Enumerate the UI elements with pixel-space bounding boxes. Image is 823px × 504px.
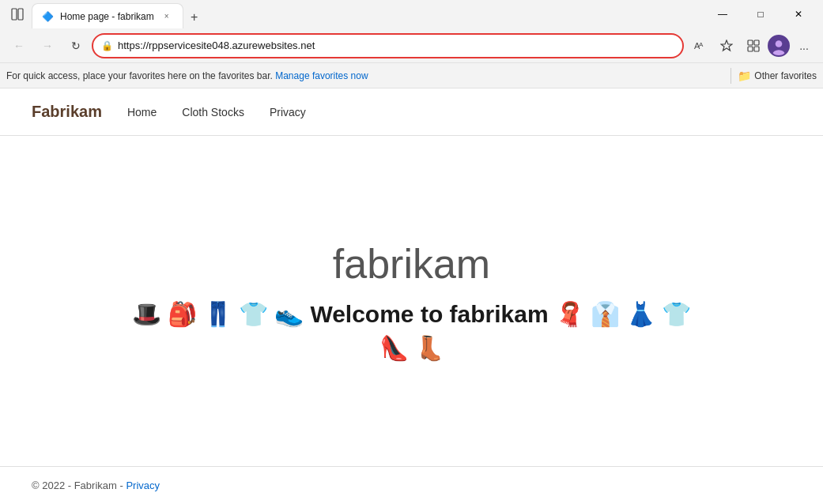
other-favorites-folder-icon: 📁 [738, 70, 751, 82]
emoji-jeans: 👖 [203, 300, 232, 328]
emoji-row-2: 👠 👢 [379, 334, 444, 362]
svg-rect-4 [748, 40, 753, 45]
site-navigation: Fabrikam Home Cloth Stocks Privacy [0, 88, 823, 136]
emoji-boot: 👢 [415, 334, 444, 362]
svg-rect-6 [748, 47, 753, 51]
maximize-button[interactable]: □ [742, 0, 779, 28]
welcome-row: 🎩 🎒 👖 👕 👟 Welcome to fabrikam 🧣 👔 👗 👕 [132, 300, 690, 328]
footer-privacy-link[interactable]: Privacy [126, 480, 160, 491]
emoji-green-tshirt: 👕 [662, 300, 691, 328]
lock-icon: 🔒 [101, 40, 113, 51]
title-bar: 🔷 Home page - fabrikam × + — □ ✕ [0, 0, 823, 28]
favorites-bar: For quick access, place your favorites h… [0, 63, 823, 88]
footer-text: © 2022 - Fabrikam - [32, 480, 123, 491]
collections-button[interactable] [741, 33, 766, 58]
read-aloud-button[interactable]: A A [687, 33, 712, 58]
nav-link-cloth-stocks[interactable]: Cloth Stocks [182, 106, 244, 118]
site-footer: © 2022 - Fabrikam - Privacy [0, 466, 823, 504]
minimize-button[interactable]: — [704, 0, 741, 28]
emoji-heels: 👠 [379, 334, 409, 362]
favorites-button[interactable] [714, 33, 739, 58]
emoji-tshirt: 👕 [239, 300, 268, 328]
emoji-backpack: 🎒 [168, 300, 197, 328]
nav-link-home[interactable]: Home [127, 106, 157, 118]
favorites-static-text: For quick access, place your favorites h… [6, 70, 273, 81]
more-button[interactable]: ... [791, 33, 817, 58]
svg-text:A: A [699, 41, 704, 48]
site-title: fabrikam [333, 240, 490, 288]
address-bar[interactable]: 🔒 https://rppservicesite048.azurewebsite… [92, 33, 684, 58]
close-button[interactable]: ✕ [780, 0, 817, 28]
welcome-text: Welcome to fabrikam [310, 301, 548, 328]
main-content: fabrikam 🎩 🎒 👖 👕 👟 Welcome to fabrikam 🧣… [0, 136, 823, 466]
page-content: Fabrikam Home Cloth Stocks Privacy fabri… [0, 88, 823, 504]
emoji-dress: 👗 [626, 300, 655, 328]
svg-rect-0 [12, 9, 17, 20]
sidebar-toggle[interactable] [6, 3, 28, 25]
manage-favorites-link[interactable]: Manage favorites now [275, 70, 368, 81]
other-favorites-label: Other favorites [754, 70, 817, 81]
emoji-bow: 🧣 [555, 300, 584, 328]
url-text: https://rppservicesite048.azurewebsites.… [118, 39, 674, 51]
svg-rect-1 [18, 9, 23, 20]
active-tab[interactable]: 🔷 Home page - fabrikam × [32, 3, 183, 28]
address-bar-wrapper: 🔒 https://rppservicesite048.azurewebsite… [92, 33, 684, 58]
refresh-button[interactable]: ↻ [63, 33, 89, 58]
tab-favicon: 🔷 [42, 11, 54, 22]
emoji-hat: 🎩 [132, 300, 161, 328]
profile-avatar[interactable] [768, 35, 790, 57]
emoji-sneaker: 👟 [274, 300, 304, 328]
favorites-divider [731, 68, 731, 84]
svg-rect-5 [754, 40, 759, 45]
tab-area: 🔷 Home page - fabrikam × + [32, 0, 701, 28]
favorites-right: 📁 Other favorites [727, 68, 817, 84]
tab-close-button[interactable]: × [160, 10, 173, 23]
emoji-suit: 👔 [591, 300, 620, 328]
forward-button[interactable]: → [35, 33, 60, 58]
window-controls: — □ ✕ [704, 0, 817, 28]
browser-window: 🔷 Home page - fabrikam × + — □ ✕ ← → ↻ 🔒… [0, 0, 823, 504]
new-tab-button[interactable]: + [183, 6, 206, 28]
back-button[interactable]: ← [6, 33, 32, 58]
tab-title: Home page - fabrikam [60, 11, 154, 22]
navigation-bar: ← → ↻ 🔒 https://rppservicesite048.azurew… [0, 28, 823, 63]
svg-point-9 [776, 40, 783, 47]
site-logo: Fabrikam [32, 103, 102, 121]
nav-link-privacy[interactable]: Privacy [270, 106, 306, 118]
svg-rect-7 [754, 47, 759, 51]
nav-right-buttons: A A [687, 33, 817, 58]
